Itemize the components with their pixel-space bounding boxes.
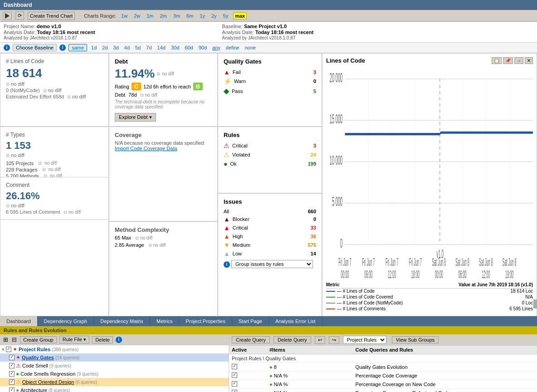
tree-root[interactable]: ▾ ✦ Project Rules (388 queries): [0, 345, 229, 353]
legend-covered: — # Lines of Code Covered N/A: [326, 294, 533, 299]
svg-text:20 000: 20 000: [330, 70, 343, 85]
issue-medium-label: Medium: [233, 242, 250, 248]
undo-button[interactable]: ↩: [315, 336, 325, 344]
diff-none[interactable]: none: [244, 44, 257, 51]
types-row-1: 105 Projects⊙ no diff: [6, 161, 103, 166]
rule-file-button[interactable]: Rule File ▾: [59, 336, 89, 343]
baseline-val: Same Project v1.0: [244, 24, 287, 29]
range-2m[interactable]: 2m: [159, 13, 168, 19]
tree-cs-checkbox[interactable]: [9, 363, 15, 368]
diff-7d[interactable]: 7d: [145, 44, 153, 51]
chart-arrow-button[interactable]: →: [514, 57, 523, 64]
tree-ood-checkbox[interactable]: [9, 379, 15, 385]
qg-fail-count: 3: [313, 69, 316, 75]
tree-qg-label: Quality Gates: [22, 355, 54, 360]
create-trend-chart-button[interactable]: Create Trend Chart: [28, 12, 75, 20]
diff-3d[interactable]: 3d: [112, 44, 120, 51]
diff-any[interactable]: any: [211, 44, 222, 51]
project-rules-select[interactable]: Project Rules: [343, 336, 386, 344]
tree-arch-checkbox[interactable]: [9, 387, 15, 392]
tree-code-smells-regression[interactable]: ● Code Smells Regression (9 queries): [0, 370, 229, 378]
row3-checkbox[interactable]: [232, 381, 237, 387]
import-coverage-link[interactable]: Import Code Coverage Data: [115, 146, 177, 151]
tab-analysis-error-list[interactable]: Analysis Error List: [269, 316, 322, 326]
diff-60d[interactable]: 60d: [183, 44, 194, 51]
analysis-date-val: Today 18:16 most recent: [37, 29, 95, 35]
tree-ood-label: Object Oriented Design: [22, 379, 74, 385]
range-2y[interactable]: 2y: [210, 13, 218, 19]
tree-code-smell[interactable]: ⚠ Code Smell (9 queries): [0, 362, 229, 370]
range-6m[interactable]: 6m: [185, 13, 195, 19]
create-query-button[interactable]: Create Query: [232, 336, 270, 343]
delete-rule-button[interactable]: Delete: [92, 336, 113, 343]
tree-root-checkbox[interactable]: [6, 347, 11, 352]
play-button[interactable]: [3, 12, 12, 20]
group-info-icon[interactable]: i: [224, 261, 230, 268]
same-button[interactable]: same: [68, 44, 87, 51]
diff-define[interactable]: define: [225, 44, 241, 51]
create-group-button[interactable]: Create Group: [20, 336, 57, 343]
tree-architecture[interactable]: ● Architecture (8 queries): [0, 386, 229, 392]
tab-start-page[interactable]: Start Page: [232, 316, 269, 326]
rule-ok-row: ● Ok 199: [224, 160, 316, 167]
diff-30d[interactable]: 30d: [170, 44, 181, 51]
row1-checkbox[interactable]: [232, 364, 237, 369]
diff-14d[interactable]: 14d: [156, 44, 167, 51]
loc-notmycode: 0 (NotMyCode) ⊙ no diff: [6, 88, 103, 93]
chart-pin-button[interactable]: 📌: [503, 57, 513, 64]
project-left: Project Name: demo v1.0 Analysis Date: T…: [4, 24, 95, 40]
tree-ood[interactable]: ⚠ Object Oriented Design (6 queries): [0, 378, 229, 386]
range-1w[interactable]: 1w: [120, 13, 129, 19]
range-3m[interactable]: 3m: [172, 13, 181, 19]
tree-qg-checkbox[interactable]: [9, 355, 15, 360]
qg-warn-row: ⚡ Warn 0: [224, 78, 316, 85]
chart-copy-button[interactable]: 📋: [492, 57, 502, 64]
group-issues-select[interactable]: Group issues by rules: [231, 260, 313, 268]
qg-warn-count: 0: [313, 78, 316, 84]
detail-row-3[interactable]: ●N/A % Percentage Coverage on New Code: [229, 380, 537, 389]
issue-all-row: All 660: [224, 209, 316, 214]
issue-critical-row: ▲ Critical 33: [224, 224, 316, 231]
tab-dependency-graph[interactable]: Dependency Graph: [38, 316, 94, 326]
row2-checkbox[interactable]: [232, 372, 237, 378]
tree-icon-btn1[interactable]: ⊞: [3, 336, 9, 343]
diff-4d[interactable]: 4d: [123, 44, 131, 51]
range-5y[interactable]: 5y: [222, 13, 230, 19]
baseline-info-icon[interactable]: i: [4, 44, 10, 51]
range-max[interactable]: max: [233, 12, 247, 20]
chart-close-button[interactable]: ✕: [525, 57, 533, 64]
detail-row-1[interactable]: ●8 Quality Gates Evolution: [229, 363, 537, 372]
tab-metrics[interactable]: Metrics: [150, 316, 179, 326]
range-1m[interactable]: 1m: [145, 13, 155, 19]
redo-button[interactable]: ↪: [329, 336, 339, 344]
range-2w[interactable]: 2w: [132, 13, 142, 19]
explore-debt-button[interactable]: Explore Debt ▾: [115, 113, 156, 122]
detail-row-4[interactable]: ●N/A % Percentage Coverage on Refactored…: [229, 389, 537, 392]
types-value: 1 153: [6, 140, 103, 152]
rules-info-icon[interactable]: i: [116, 337, 122, 343]
tab-project-properties[interactable]: Project Properties: [179, 316, 232, 326]
delete-query-button[interactable]: Delete Query: [273, 336, 311, 343]
tree-quality-gates[interactable]: ✦ Quality Gates (14 queries): [0, 353, 229, 362]
diff-2d[interactable]: 2d: [101, 44, 109, 51]
tab-dashboard[interactable]: Dashboard: [0, 316, 38, 326]
svg-text:00:00: 00:00: [341, 269, 349, 281]
rule-critical-label: Critical: [232, 143, 248, 148]
qg-fail-label: Fail: [233, 69, 241, 75]
tab-dependency-matrix[interactable]: Dependency Matrix: [94, 316, 150, 326]
row4-checkbox[interactable]: [232, 390, 237, 392]
tree-icon-btn2[interactable]: ⊟: [11, 336, 17, 343]
detail-row-2[interactable]: ●N/A % Percentage Code Coverage: [229, 372, 537, 380]
issue-all-count: 660: [308, 209, 316, 214]
same-info-icon[interactable]: i: [59, 44, 66, 51]
choose-baseline-button[interactable]: Choose Baseline: [13, 44, 57, 51]
diff-1d[interactable]: 1d: [90, 44, 98, 51]
legend-loc-color: [326, 291, 335, 292]
tree-arch-label: Architecture: [20, 387, 47, 392]
tree-csr-checkbox[interactable]: [9, 371, 15, 377]
view-sub-groups-button[interactable]: View Sub Groups: [392, 336, 439, 343]
range-1y[interactable]: 1y: [198, 13, 206, 19]
diff-5d[interactable]: 5d: [134, 44, 142, 51]
refresh-button[interactable]: ⟳: [15, 11, 24, 20]
diff-90d[interactable]: 90d: [197, 44, 208, 51]
